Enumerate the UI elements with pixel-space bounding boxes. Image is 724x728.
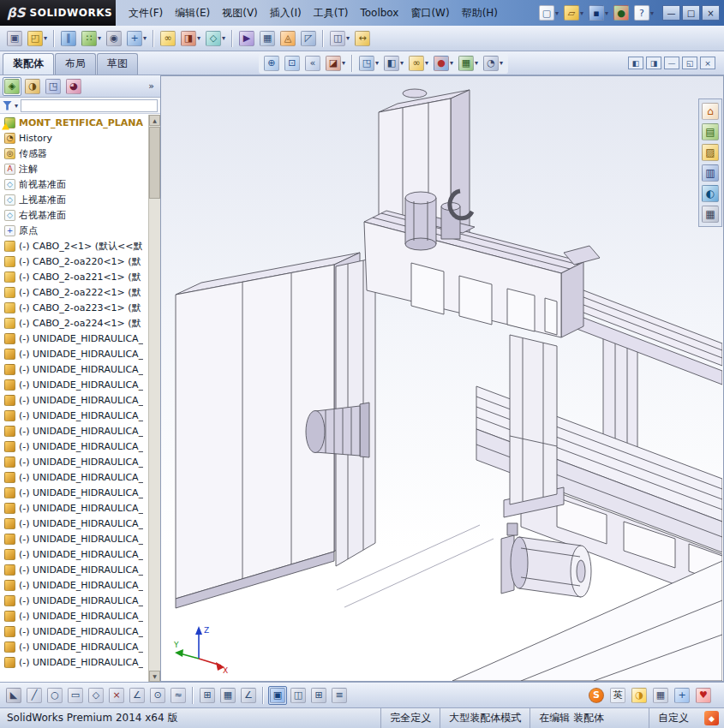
reference-geometry-button[interactable]: ◇▾ <box>204 29 227 48</box>
status-cell-3[interactable]: 自定义 <box>649 708 697 728</box>
linear-component-pattern-button[interactable]: ∷▾ <box>80 29 103 48</box>
spline-tool-button[interactable]: ≈ <box>169 686 188 705</box>
tree-item[interactable]: (-) UNIDADE_HIDRAULICA_ <box>0 361 149 377</box>
propertymanager-tab[interactable]: ◑ <box>23 77 42 96</box>
custom-properties-tab[interactable]: ▦ <box>701 205 720 224</box>
ime-language-button[interactable]: 英 <box>608 686 627 705</box>
tree-item[interactable]: (-) UNIDADE_HIDRAULICA_ <box>0 546 149 562</box>
tree-item[interactable]: (-) CABO_2-oa223<1> (默 <box>0 300 149 315</box>
tree-item[interactable]: ◇右视基准面 <box>0 207 149 223</box>
menu-item-5[interactable]: Toolbox <box>354 4 404 21</box>
graphics-area[interactable]: Z X Y <box>161 75 724 682</box>
tree-item[interactable]: (-) UNIDADE_HIDRAULICA_ <box>0 408 149 423</box>
displaymanager-tab[interactable]: ◕ <box>64 77 83 96</box>
circle-tool-button[interactable]: ○ <box>45 686 64 705</box>
filter-dropdown-icon[interactable]: ▾ <box>15 102 18 110</box>
angle-dimension-button[interactable]: ∠ <box>128 686 147 705</box>
close-document-button[interactable]: × <box>700 57 715 69</box>
ime-keyboard-button[interactable]: ▦ <box>651 686 670 705</box>
insert-components-button[interactable]: ◰▾ <box>26 29 49 48</box>
design-library-tab[interactable]: ▤ <box>701 122 720 141</box>
explode-line-sketch-button[interactable]: ◸ <box>299 29 318 48</box>
tree-item[interactable]: (-) CABO_2-oa224<1> (默 <box>0 315 149 331</box>
tree-item[interactable]: ◇前视基准面 <box>0 176 149 192</box>
rectangle-tool-button[interactable]: ▭ <box>66 686 85 705</box>
view-palette-tab[interactable]: ▥ <box>701 164 720 182</box>
hide-show-items-button[interactable]: ∞▾ <box>407 54 430 73</box>
sogou-logo[interactable]: S <box>587 686 606 705</box>
tree-item[interactable]: (-) UNIDADE_HIDRAULICA_ <box>0 454 149 469</box>
tree-item[interactable]: (-) UNIDADE_HIDRAULICA_ <box>0 485 149 500</box>
trim-tool-button[interactable]: × <box>107 686 126 705</box>
tree-item[interactable]: (-) CABO_2-oa220<1> (默 <box>0 254 149 269</box>
tree-item[interactable]: (-) UNIDADE_HIDRAULICA_ <box>0 593 149 608</box>
filter-input[interactable] <box>21 99 158 112</box>
ime-toolbox-button[interactable]: + <box>673 686 691 705</box>
show-hidden-components-button[interactable]: ∞ <box>159 29 177 48</box>
exploded-view-button[interactable]: ◬ <box>278 29 297 48</box>
zoom-to-area-button[interactable]: ⊡ <box>283 54 302 73</box>
two-view-button[interactable]: ◫ <box>289 686 308 705</box>
tree-item[interactable]: (-) UNIDADE_HIDRAULICA_ <box>0 469 149 485</box>
previous-view-button[interactable]: « <box>303 54 322 73</box>
status-tag-icon[interactable]: ◆ <box>704 711 719 725</box>
interference-detection-button[interactable]: ◫▾ <box>328 29 351 48</box>
tree-item[interactable]: (-) UNIDADE_HIDRAULICA_ <box>0 654 149 670</box>
display-style-button[interactable]: ◧▾ <box>382 54 405 73</box>
configurationmanager-tab[interactable]: ◳ <box>44 77 63 96</box>
single-view-button[interactable]: ▣ <box>268 686 287 705</box>
cascade-windows-button[interactable]: ◧ <box>628 57 643 69</box>
menu-item-4[interactable]: 工具(T) <box>308 3 355 23</box>
tree-item[interactable]: (-) CABO_2-oa221<1> (默 <box>0 269 149 284</box>
instant3d-button[interactable]: ↔ <box>353 29 372 48</box>
menu-item-2[interactable]: 视图(V) <box>216 3 264 23</box>
tree-item[interactable]: (-) UNIDADE_HIDRAULICA_ <box>0 608 149 624</box>
tree-item[interactable]: (-) CABO_2<1> (默认<<默 <box>0 238 149 254</box>
edit-component-button[interactable]: ▣ <box>5 29 24 48</box>
section-view-button[interactable]: ◪▾ <box>324 54 347 73</box>
tree-item[interactable]: (-) UNIDADE_HIDRAULICA_ <box>0 346 149 361</box>
tree-item[interactable]: (-) UNIDADE_HIDRAULICA_ <box>0 577 149 593</box>
edit-appearance-button[interactable]: ●▾ <box>432 54 455 73</box>
tree-scrollbar[interactable]: ▲ ▼ <box>148 115 160 682</box>
tree-item[interactable]: (-) CABO_2-oa222<1> (默 <box>0 284 149 300</box>
zoom-fit-button[interactable]: ⊕ <box>262 54 281 73</box>
solidworks-resources-tab[interactable]: ⌂ <box>701 102 720 121</box>
scroll-down-icon[interactable]: ▼ <box>149 671 160 682</box>
minimize-document-button[interactable]: — <box>664 57 679 69</box>
tree-item[interactable]: (-) UNIDADE_HIDRAULICA_ <box>0 377 149 392</box>
status-cell-0[interactable]: 完全定义 <box>380 708 440 728</box>
scroll-up-icon[interactable]: ▲ <box>149 115 160 126</box>
featuremanager-tab[interactable]: ◈ <box>3 77 21 96</box>
rebuild-button[interactable]: ● <box>612 3 631 22</box>
mate-button[interactable]: ∥ <box>59 29 78 48</box>
save-button[interactable]: ▪▾ <box>587 3 610 22</box>
appearances-scenes-tab[interactable]: ◐ <box>701 184 720 203</box>
tree-item[interactable]: (-) UNIDADE_HIDRAULICA_ <box>0 562 149 577</box>
smart-fasteners-button[interactable]: ◉ <box>105 29 123 48</box>
status-cell-1[interactable]: 大型装配体模式 <box>440 708 530 728</box>
menu-item-3[interactable]: 插入(I) <box>264 3 308 23</box>
minimize-window-button[interactable]: — <box>662 5 680 21</box>
filter-funnel-icon[interactable] <box>3 101 12 110</box>
tree-root-item[interactable]: MONT_RETIFICA_PLANA <box>0 115 149 130</box>
new-document-button[interactable]: ▢▾ <box>537 3 560 22</box>
ime-halfmoon-button[interactable]: ◑ <box>630 686 649 705</box>
link-views-button[interactable]: ≡ <box>330 686 349 705</box>
tree-item[interactable]: (-) UNIDADE_HIDRAULICA_ <box>0 500 149 516</box>
tree-item[interactable]: ◔History <box>0 130 149 146</box>
four-view-button[interactable]: ⊞ <box>309 686 328 705</box>
sketch-button[interactable]: ◣ <box>4 686 23 705</box>
restore-document-button[interactable]: ◱ <box>682 57 697 69</box>
status-cell-2[interactable]: 在编辑 装配体 <box>530 708 613 728</box>
tree-item[interactable]: (-) UNIDADE_HIDRAULICA_ <box>0 423 149 439</box>
ime-favorite-button[interactable]: ♥ <box>694 686 713 705</box>
file-explorer-tab[interactable]: ▨ <box>701 143 720 162</box>
tree-item[interactable]: A注解 <box>0 161 149 176</box>
expand-panel-button[interactable]: » <box>145 81 158 92</box>
tree-item[interactable]: (-) UNIDADE_HIDRAULICA_ <box>0 439 149 454</box>
close-window-button[interactable]: × <box>702 5 720 21</box>
menu-item-6[interactable]: 窗口(W) <box>404 3 455 23</box>
tile-windows-button[interactable]: ◨ <box>646 57 661 69</box>
menu-item-1[interactable]: 编辑(E) <box>169 3 216 23</box>
